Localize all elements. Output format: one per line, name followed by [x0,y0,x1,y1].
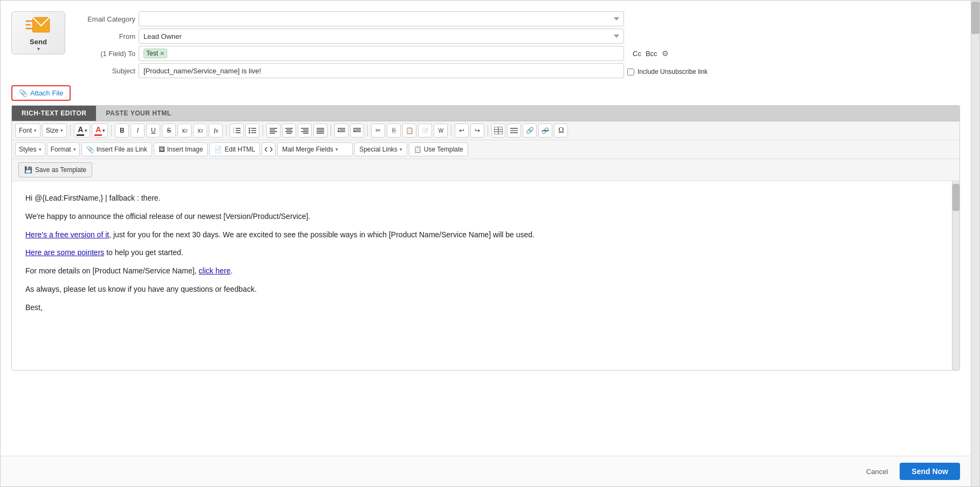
table-icon [494,127,503,134]
bold-btn[interactable]: B [115,124,129,138]
cc-link[interactable]: Cc [633,50,641,58]
format-dropdown[interactable]: Format ▾ [47,142,80,156]
justify-btn[interactable] [313,124,327,138]
subscript-btn[interactable]: x2 [177,124,191,138]
email-line-5: For more details on [Product Name/Servic… [25,265,949,278]
paperclip-icon-toolbar: 📎 [86,146,94,153]
source-icon [265,146,272,153]
unlink-btn[interactable]: 🔗 [538,124,552,138]
editor-scrollbar-thumb[interactable] [952,184,960,211]
edit-html-label: Edit HTML [224,146,255,153]
font-dropdown[interactable]: Font ▾ [15,124,40,138]
use-template-btn[interactable]: 📋 Use Template [409,142,468,156]
scrollbar-thumb[interactable] [971,2,979,34]
styles-label: Styles [19,146,37,153]
link-free-version[interactable]: Here's a free version of it [25,230,109,239]
toolbar-row-2: Styles ▾ Format ▾ 📎 Insert File as Link … [12,140,960,159]
copy-btn[interactable]: ⎘ [387,124,401,138]
tab-html[interactable]: PASTE YOUR HTML [96,106,181,121]
email-line-3: Here's a free version of it, just for yo… [25,229,949,242]
font-dropdown-arrow: ▾ [34,128,37,133]
special-links-dropdown[interactable]: Special Links ▾ [354,142,407,156]
indent-decrease-btn[interactable] [334,124,348,138]
send-now-button[interactable]: Send Now [900,463,960,480]
email-line-7: Best, [25,301,949,314]
insert-file-label: Insert File as Link [97,146,147,153]
strikethrough-btn[interactable]: S [162,124,176,138]
save-as-template-btn[interactable]: 💾 Save as Template [18,162,92,177]
toolbar-row-1: Font ▾ Size ▾ A ▾ [12,121,960,140]
sep3 [226,125,227,136]
subject-input[interactable] [139,63,624,78]
unsubscribe-checkbox[interactable] [627,68,634,76]
size-dropdown[interactable]: Size ▾ [42,124,67,138]
from-select[interactable]: Lead Owner [139,29,624,44]
bcc-link[interactable]: Bcc [646,50,657,58]
source-btn[interactable] [262,142,276,156]
link-btn[interactable]: 🔗 [523,124,537,138]
email-line-2: We're happy to announce the official rel… [25,210,949,223]
undo-btn[interactable]: ↩ [455,124,469,138]
editor-tabs: RICH-TEXT EDITOR PASTE YOUR HTML [12,106,960,121]
attach-file-btn[interactable]: 📎 Attach File [11,85,71,101]
bg-color-arrow: ▾ [102,128,105,133]
bottom-bar: Cancel Send Now [1,456,971,486]
send-button[interactable]: Send ▾ [11,11,65,54]
to-field[interactable]: Test ✕ [139,46,624,61]
special-links-arrow: ▾ [400,147,402,152]
to-row: (1 Field) To Test ✕ Cc Bcc ⚙ [76,46,960,61]
table-btn[interactable] [491,124,505,138]
styles-dropdown-arrow: ▾ [39,147,42,152]
ordered-list-btn[interactable]: 1 2 3 [230,124,244,138]
page-scrollbar[interactable] [971,1,979,486]
format-dropdown-arrow: ▾ [73,147,76,152]
send-label: Send [30,38,47,46]
underline-btn[interactable]: U [146,124,160,138]
insert-image-btn[interactable]: 🖼 Insert Image [154,142,208,156]
paste-text-btn[interactable]: 📄 [418,124,432,138]
align-left-btn[interactable] [266,124,280,138]
redo-btn[interactable]: ↪ [470,124,484,138]
editor-content[interactable]: Hi @{Lead:FirstName,} | fallback : there… [12,181,960,370]
hr-btn[interactable] [507,124,521,138]
italic-btn[interactable]: I [131,124,145,138]
cancel-button[interactable]: Cancel [860,464,894,479]
email-category-select[interactable] [139,11,624,26]
font-color-btn[interactable]: A ▾ [74,124,90,138]
special-char-btn[interactable]: Ω [554,124,568,138]
tab-richtext[interactable]: RICH-TEXT EDITOR [12,106,96,121]
send-button-container: Send ▾ [11,11,65,54]
subject-label: Subject [76,67,135,75]
format-label: Format [51,146,71,153]
svg-point-14 [249,130,250,132]
image-icon: 🖼 [159,146,165,153]
size-dropdown-arrow: ▾ [60,128,63,133]
to-tag-close[interactable]: ✕ [160,50,165,57]
attach-file-label: Attach File [30,89,63,97]
mail-merge-dropdown[interactable]: Mail Merge Fields ▾ [277,142,353,156]
styles-dropdown[interactable]: Styles ▾ [15,142,45,156]
insert-file-btn[interactable]: 📎 Insert File as Link [81,142,152,156]
editor-scrollbar[interactable] [952,181,960,370]
superscript-btn[interactable]: x2 [193,124,207,138]
settings-gear-icon[interactable]: ⚙ [662,49,669,58]
cut-btn[interactable]: ✂ [371,124,385,138]
link-pointers[interactable]: Here are some pointers [25,248,104,257]
justify-icon [317,127,324,134]
clear-format-btn[interactable]: Ix [209,124,223,138]
unordered-list-btn[interactable] [245,124,259,138]
email-form: Email Category From Lead Owner (1 Field)… [76,11,960,78]
link-click-here[interactable]: click here [198,266,230,275]
bg-color-btn[interactable]: A ▾ [92,124,108,138]
svg-text:3: 3 [233,131,235,134]
align-right-btn[interactable] [298,124,312,138]
unordered-list-icon [248,127,257,134]
unsubscribe-row: Include Unsubscribe link [627,66,708,76]
paste-word-btn[interactable]: W [434,124,448,138]
from-label: From [76,32,135,40]
align-center-btn[interactable] [282,124,296,138]
edit-html-btn[interactable]: 📄 Edit HTML [209,142,260,156]
indent-increase-btn[interactable] [350,124,364,138]
paste-btn[interactable]: 📋 [402,124,416,138]
email-category-label: Email Category [76,15,135,23]
